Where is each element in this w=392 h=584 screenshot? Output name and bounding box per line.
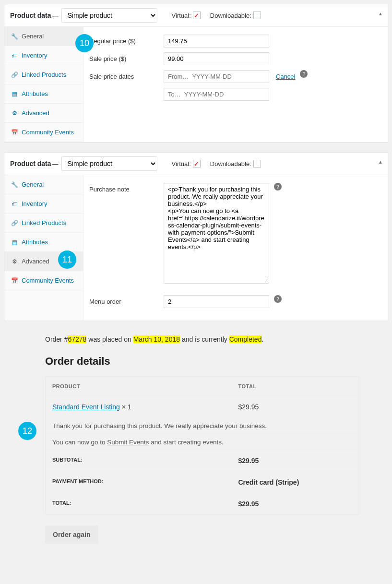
link-icon: 🔗 (11, 220, 18, 226)
product-tabs: 🔧 General 🏷 Inventory 🔗 Linked Products … (4, 27, 83, 142)
tab-general[interactable]: 🔧 General (4, 27, 83, 46)
item-qty: × 1 (120, 403, 131, 411)
tab-general[interactable]: 🔧 General (4, 175, 83, 194)
tab-attributes[interactable]: ▤ Attributes (4, 233, 83, 252)
regular-price-label: Regular price ($) (89, 35, 164, 45)
tab-inventory[interactable]: 🏷 Inventory (4, 46, 83, 65)
gear-icon: ⚙ (11, 258, 18, 265)
wrench-icon: 🔧 (11, 181, 18, 188)
menu-order-input[interactable] (164, 295, 269, 308)
virtual-checkbox[interactable] (193, 12, 201, 19)
product-tabs: 🔧 General 🏷 Inventory 🔗 Linked Products … (4, 175, 83, 321)
tab-label: Linked Products (22, 71, 66, 78)
tab-inventory[interactable]: 🏷 Inventory (4, 194, 83, 214)
tab-advanced[interactable]: ⚙ Advanced (4, 104, 83, 123)
tag-icon: 🏷 (11, 201, 18, 207)
tab-label: General (22, 181, 44, 188)
total-label: TOTAL: (52, 500, 238, 508)
col-product: PRODUCT (52, 383, 238, 389)
order-status-line: Order #67278 was placed on March 10, 201… (45, 335, 359, 343)
tag-icon: 🏷 (11, 52, 18, 59)
payment-method-value: Credit card (Stripe) (238, 478, 353, 486)
tab-label: Community Events (22, 129, 74, 136)
downloadable-label: Downloadable: (210, 160, 251, 167)
submit-events-link[interactable]: Submit Events (107, 439, 149, 446)
virtual-label: Virtual: (172, 160, 191, 167)
help-icon[interactable]: ? (300, 70, 308, 78)
panel-header: Product data — Simple product Virtual: D… (4, 4, 388, 27)
sale-price-input[interactable] (164, 52, 269, 65)
sale-price-label: Sale price ($) (89, 52, 164, 62)
regular-price-input[interactable] (164, 35, 269, 48)
tab-label: Inventory (22, 52, 47, 59)
callout-badge-11: 11 (58, 250, 76, 269)
virtual-checkbox[interactable] (193, 160, 201, 167)
tab-label: Linked Products (22, 219, 66, 226)
tab-label: Attributes (22, 90, 48, 97)
cancel-link[interactable]: Cancel (276, 70, 295, 80)
purchase-note-line1: Thank you for purchasing this product. W… (46, 417, 359, 434)
tab-label: Inventory (22, 200, 47, 207)
tab-label: Attributes (22, 238, 48, 246)
subtotal-value: $29.95 (238, 457, 353, 465)
product-type-select[interactable]: Simple product (61, 8, 157, 23)
collapse-toggle[interactable]: ▲ (378, 11, 383, 16)
order-status: Completed (229, 335, 262, 343)
help-icon[interactable]: ? (274, 295, 282, 303)
callout-badge-10: 10 (75, 34, 94, 52)
purchase-note-label: Purchase note (89, 183, 164, 193)
help-icon[interactable]: ? (274, 183, 282, 191)
gear-icon: ⚙ (11, 110, 18, 117)
list-icon: ▤ (11, 91, 18, 97)
sale-to-input[interactable] (164, 88, 269, 101)
tab-label: Community Events (22, 277, 74, 284)
panel-title: Product data (10, 12, 51, 19)
callout-badge-12: 12 (18, 422, 36, 440)
payment-method-label: PAYMENT METHOD: (52, 478, 238, 486)
tab-linked-products[interactable]: 🔗 Linked Products (4, 214, 83, 233)
product-type-select[interactable]: Simple product (61, 156, 157, 171)
tab-linked-products[interactable]: 🔗 Linked Products (4, 65, 83, 84)
purchase-note-line2: You can now go to Submit Events and star… (46, 434, 359, 450)
downloadable-checkbox[interactable] (253, 12, 261, 19)
purchase-note-textarea[interactable] (164, 183, 269, 284)
product-data-panel-general: 10 Product data — Simple product Virtual… (4, 4, 388, 143)
col-total: TOTAL (238, 383, 353, 389)
advanced-tab-content: Purchase note ? Menu order ? (83, 175, 388, 321)
collapse-toggle[interactable]: ▲ (378, 159, 383, 165)
menu-order-label: Menu order (89, 295, 164, 305)
order-number: 67278 (68, 335, 86, 343)
item-total: $29.95 (238, 403, 353, 411)
list-icon: ▤ (11, 239, 18, 246)
order-details-table: PRODUCT TOTAL Standard Event Listing × 1… (45, 376, 359, 515)
sale-from-input[interactable] (164, 70, 269, 83)
title-separator: — (52, 160, 59, 167)
tab-attributes[interactable]: ▤ Attributes (4, 84, 83, 104)
tab-label: General (22, 33, 44, 40)
calendar-icon: 📅 (11, 129, 18, 136)
order-details-heading: Order details (45, 355, 359, 368)
tab-community-events[interactable]: 📅 Community Events (4, 271, 83, 290)
downloadable-checkbox[interactable] (253, 160, 261, 167)
wrench-icon: 🔧 (11, 33, 18, 40)
tab-community-events[interactable]: 📅 Community Events (4, 123, 83, 142)
calendar-icon: 📅 (11, 277, 18, 284)
sale-dates-label: Sale price dates (89, 70, 164, 80)
panel-title: Product data (10, 160, 51, 167)
link-icon: 🔗 (11, 72, 18, 78)
subtotal-label: SUBTOTAL: (52, 457, 238, 465)
tab-label: Advanced (22, 109, 49, 117)
order-confirmation: 12 Order #67278 was placed on March 10, … (45, 335, 359, 544)
product-data-panel-advanced: 11 Product data — Simple product Virtual… (4, 152, 388, 321)
general-tab-content: Regular price ($) Sale price ($) Sale pr… (83, 27, 388, 142)
total-value: $29.95 (238, 500, 353, 508)
order-again-button[interactable]: Order again (45, 525, 98, 544)
virtual-label: Virtual: (172, 12, 191, 19)
order-date: March 10, 2018 (133, 335, 180, 343)
tab-label: Advanced (22, 258, 49, 265)
downloadable-label: Downloadable: (210, 12, 251, 19)
title-separator: — (52, 12, 59, 19)
product-link[interactable]: Standard Event Listing (52, 403, 120, 411)
panel-header: Product data — Simple product Virtual: D… (4, 153, 388, 175)
